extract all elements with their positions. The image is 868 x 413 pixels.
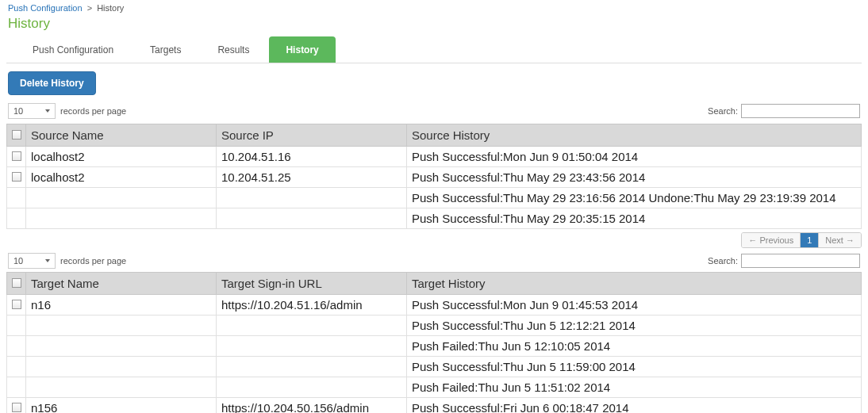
- toolbar: Delete History: [6, 63, 862, 101]
- tab-history[interactable]: History: [269, 36, 335, 63]
- source-history-cell: Push Successful:Mon Jun 9 01:50:04 2014: [407, 147, 862, 167]
- source-table-header-row: Source Name Source IP Source History: [7, 124, 862, 147]
- chevron-down-icon: [45, 259, 50, 262]
- source-name-cell: localhost2: [26, 147, 217, 167]
- source-ip-cell: [217, 208, 407, 229]
- target-header-history[interactable]: Target History: [407, 273, 862, 295]
- row-checkbox[interactable]: [12, 172, 21, 182]
- source-search-label: Search:: [708, 106, 738, 116]
- source-select-all-cell: [7, 124, 26, 147]
- target-page-length-select[interactable]: 10: [8, 253, 56, 269]
- target-history-cell: Push Successful:Thu Jun 5 12:12:21 2014: [407, 315, 862, 336]
- row-checkbox-cell: [7, 315, 26, 336]
- breadcrumb-current: History: [97, 3, 124, 13]
- source-name-cell: localhost2: [26, 167, 217, 188]
- row-checkbox-cell: [7, 147, 26, 167]
- source-history-cell: Push Successful:Thu May 29 20:35:15 2014: [407, 208, 862, 229]
- table-row: Push Failed:Thu Jun 5 12:10:05 2014: [7, 336, 862, 357]
- target-name-cell: n156: [26, 398, 217, 414]
- source-header-ip[interactable]: Source IP: [217, 124, 407, 147]
- tabs: Push Configuration Targets Results Histo…: [6, 36, 862, 63]
- target-table-header-row: Target Name Target Sign-in URL Target Hi…: [7, 273, 862, 295]
- source-ip-cell: [217, 188, 407, 208]
- source-pagination-row: ← Previous 1 Next →: [6, 229, 862, 248]
- target-url-cell: [217, 377, 407, 398]
- source-name-cell: [26, 208, 217, 229]
- table-row: Push Successful:Thu May 29 23:16:56 2014…: [7, 188, 862, 208]
- table-row: Push Failed:Thu Jun 5 11:51:02 2014: [7, 377, 862, 398]
- breadcrumb-sep: >: [87, 3, 92, 13]
- source-records-label: records per page: [60, 106, 126, 116]
- target-name-cell: [26, 336, 217, 357]
- target-history-cell: Push Successful:Thu Jun 5 11:59:00 2014: [407, 357, 862, 377]
- tab-targets[interactable]: Targets: [133, 36, 198, 63]
- row-checkbox-cell: [7, 188, 26, 208]
- row-checkbox[interactable]: [12, 403, 21, 412]
- target-select-all-cell: [7, 273, 26, 295]
- tab-push-configuration[interactable]: Push Configuration: [16, 36, 130, 63]
- target-page-length-value: 10: [13, 256, 23, 266]
- target-table-controls: 10 records per page Search:: [6, 248, 862, 272]
- target-url-cell: [217, 315, 407, 336]
- breadcrumb-root-link[interactable]: Push Configuration: [8, 3, 83, 13]
- source-ip-cell: 10.204.51.16: [217, 147, 407, 167]
- row-checkbox-cell: [7, 167, 26, 188]
- target-search-input[interactable]: [741, 254, 860, 268]
- target-select-all-checkbox[interactable]: [12, 278, 21, 288]
- row-checkbox-cell: [7, 295, 26, 315]
- row-checkbox-cell: [7, 336, 26, 357]
- source-name-cell: [26, 188, 217, 208]
- target-history-cell: Push Successful:Fri Jun 6 00:18:47 2014: [407, 398, 862, 414]
- source-page-1[interactable]: 1: [801, 233, 819, 247]
- source-page-length-value: 10: [13, 106, 23, 116]
- row-checkbox[interactable]: [12, 300, 21, 309]
- page-title: History: [8, 16, 862, 32]
- tab-results[interactable]: Results: [201, 36, 266, 63]
- source-table-controls: 10 records per page Search:: [6, 101, 862, 124]
- source-prev-button[interactable]: ← Previous: [742, 233, 801, 247]
- target-url-cell: https://10.204.51.16/admin: [217, 295, 407, 315]
- target-name-cell: [26, 357, 217, 377]
- source-page-length-select[interactable]: 10: [8, 103, 56, 119]
- source-search-input[interactable]: [741, 104, 860, 118]
- table-row: n16https://10.204.51.16/adminPush Succes…: [7, 295, 862, 315]
- row-checkbox-cell: [7, 208, 26, 229]
- row-checkbox-cell: [7, 398, 26, 414]
- target-search-label: Search:: [708, 256, 738, 266]
- target-name-cell: n16: [26, 295, 217, 315]
- table-row: localhost210.204.51.25Push Successful:Th…: [7, 167, 862, 188]
- table-row: Push Successful:Thu May 29 20:35:15 2014: [7, 208, 862, 229]
- target-records-label: records per page: [60, 256, 126, 266]
- target-url-cell: https://10.204.50.156/admin: [217, 398, 407, 414]
- target-history-cell: Push Failed:Thu Jun 5 12:10:05 2014: [407, 336, 862, 357]
- chevron-down-icon: [45, 109, 50, 113]
- target-history-cell: Push Failed:Thu Jun 5 11:51:02 2014: [407, 377, 862, 398]
- source-history-cell: Push Successful:Thu May 29 23:16:56 2014…: [407, 188, 862, 208]
- target-history-cell: Push Successful:Mon Jun 9 01:45:53 2014: [407, 295, 862, 315]
- target-name-cell: [26, 315, 217, 336]
- source-header-name[interactable]: Source Name: [26, 124, 217, 147]
- table-row: Push Successful:Thu Jun 5 11:59:00 2014: [7, 357, 862, 377]
- row-checkbox[interactable]: [12, 151, 21, 161]
- source-table: Source Name Source IP Source History loc…: [6, 124, 862, 229]
- source-select-all-checkbox[interactable]: [12, 130, 21, 140]
- target-name-cell: [26, 377, 217, 398]
- row-checkbox-cell: [7, 377, 26, 398]
- breadcrumb: Push Configuration > History: [6, 0, 862, 14]
- source-header-history[interactable]: Source History: [407, 124, 862, 147]
- source-next-button[interactable]: Next →: [819, 233, 861, 247]
- source-ip-cell: 10.204.51.25: [217, 167, 407, 188]
- source-pager: ← Previous 1 Next →: [741, 232, 862, 248]
- target-header-url[interactable]: Target Sign-in URL: [217, 273, 407, 295]
- delete-history-button[interactable]: Delete History: [8, 71, 96, 95]
- row-checkbox-cell: [7, 357, 26, 377]
- source-history-cell: Push Successful:Thu May 29 23:43:56 2014: [407, 167, 862, 188]
- table-row: localhost210.204.51.16Push Successful:Mo…: [7, 147, 862, 167]
- target-url-cell: [217, 357, 407, 377]
- target-header-name[interactable]: Target Name: [26, 273, 217, 295]
- target-url-cell: [217, 336, 407, 357]
- table-row: Push Successful:Thu Jun 5 12:12:21 2014: [7, 315, 862, 336]
- target-table: Target Name Target Sign-in URL Target Hi…: [6, 272, 862, 413]
- table-row: n156https://10.204.50.156/adminPush Succ…: [7, 398, 862, 414]
